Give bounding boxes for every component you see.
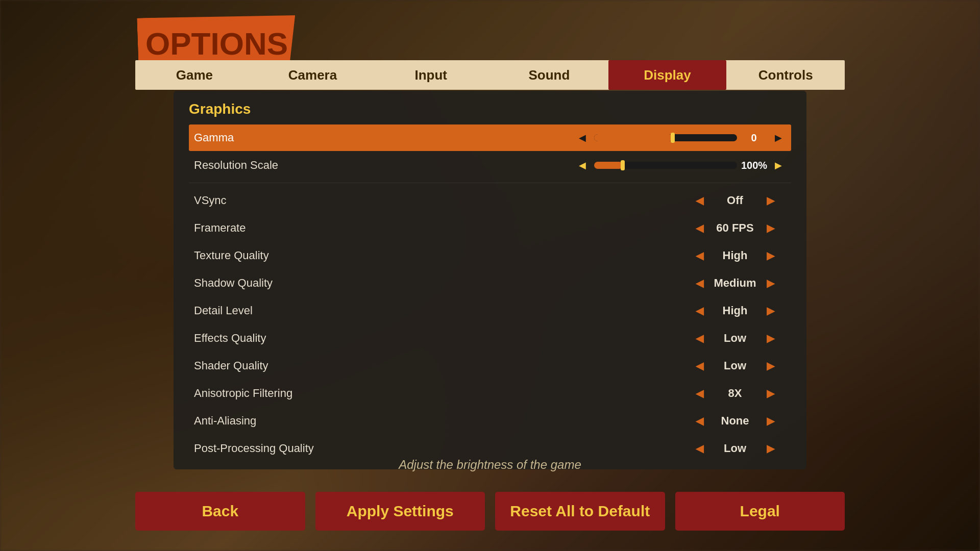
framerate-value: 60 FPS <box>709 221 761 235</box>
label-framerate: Framerate <box>194 221 684 235</box>
setting-row-effects: Effects Quality ◀ Low ▶ <box>189 325 791 352</box>
texture-selector: ◀ High ▶ <box>684 249 786 262</box>
gamma-right-arrow[interactable]: ▶ <box>771 130 786 145</box>
setting-row-shader: Shader Quality ◀ Low ▶ <box>189 353 791 379</box>
texture-left[interactable]: ◀ <box>696 249 703 262</box>
detail-right[interactable]: ▶ <box>767 305 774 317</box>
detail-value: High <box>709 304 761 317</box>
slider-area-resolution: ◀ 100% ▶ <box>575 158 786 173</box>
label-gamma: Gamma <box>194 131 575 144</box>
label-postproc: Post-Processing Quality <box>194 442 684 455</box>
setting-row-aniso: Anisotropic Filtering ◀ 8X ▶ <box>189 380 791 407</box>
postproc-right[interactable]: ▶ <box>767 442 774 455</box>
resolution-slider-thumb[interactable] <box>621 160 625 170</box>
effects-value: Low <box>709 332 761 345</box>
label-resolution: Resolution Scale <box>194 159 575 172</box>
effects-selector: ◀ Low ▶ <box>684 332 786 345</box>
label-shader: Shader Quality <box>194 359 684 372</box>
shadow-right[interactable]: ▶ <box>767 277 774 289</box>
apply-button[interactable]: Apply Settings <box>315 492 485 531</box>
texture-right[interactable]: ▶ <box>767 249 774 262</box>
resolution-value: 100% <box>741 160 767 171</box>
shader-right[interactable]: ▶ <box>767 360 774 372</box>
aa-right[interactable]: ▶ <box>767 415 774 427</box>
shader-left[interactable]: ◀ <box>696 360 703 372</box>
shader-selector: ◀ Low ▶ <box>684 359 786 372</box>
main-panel: Graphics Gamma ◀ 0 ▶ Resolution Scale <box>174 91 806 469</box>
resolution-left-arrow[interactable]: ◀ <box>575 158 590 173</box>
detail-left[interactable]: ◀ <box>696 305 703 317</box>
setting-row-framerate: Framerate ◀ 60 FPS ▶ <box>189 215 791 241</box>
gamma-slider-track[interactable] <box>594 134 737 141</box>
description-bar: Adjust the brightness of the game <box>0 458 980 472</box>
vsync-left[interactable]: ◀ <box>696 194 703 207</box>
label-aniso: Anisotropic Filtering <box>194 387 684 400</box>
label-effects: Effects Quality <box>194 332 684 345</box>
effects-right[interactable]: ▶ <box>767 332 774 344</box>
main-container: Options Game Camera Input Sound Display … <box>0 0 980 551</box>
resolution-slider-fill <box>594 162 623 169</box>
panel-scroll[interactable]: Graphics Gamma ◀ 0 ▶ Resolution Scale <box>174 91 806 469</box>
framerate-selector: ◀ 60 FPS ▶ <box>684 221 786 235</box>
framerate-right[interactable]: ▶ <box>767 222 774 234</box>
postproc-left[interactable]: ◀ <box>696 442 703 455</box>
detail-selector: ◀ High ▶ <box>684 304 786 317</box>
aa-selector: ◀ None ▶ <box>684 414 786 428</box>
aniso-right[interactable]: ▶ <box>767 387 774 399</box>
shadow-value: Medium <box>709 277 761 290</box>
texture-value: High <box>709 249 761 262</box>
shadow-selector: ◀ Medium ▶ <box>684 277 786 290</box>
setting-row-texture: Texture Quality ◀ High ▶ <box>189 242 791 269</box>
shader-value: Low <box>709 359 761 372</box>
tab-controls[interactable]: Controls <box>726 60 845 90</box>
tab-camera[interactable]: Camera <box>254 60 372 90</box>
label-detail: Detail Level <box>194 304 684 317</box>
back-button[interactable]: Back <box>135 492 305 531</box>
slider-area-gamma: ◀ 0 ▶ <box>575 130 786 145</box>
reset-button[interactable]: Reset All to Default <box>495 492 665 531</box>
resolution-slider-track[interactable] <box>594 162 737 169</box>
setting-row-vsync: VSync ◀ Off ▶ <box>189 187 791 214</box>
framerate-left[interactable]: ◀ <box>696 222 703 234</box>
setting-row-gamma: Gamma ◀ 0 ▶ <box>189 124 791 151</box>
vsync-right[interactable]: ▶ <box>767 194 774 207</box>
vsync-value: Off <box>709 194 761 207</box>
tab-display[interactable]: Display <box>608 60 727 90</box>
bottom-buttons: Back Apply Settings Reset All to Default… <box>135 492 845 531</box>
postproc-value: Low <box>709 442 761 455</box>
gamma-slider-thumb[interactable] <box>671 133 675 143</box>
section-title: Graphics <box>189 101 791 117</box>
setting-row-aa: Anti-Aliasing ◀ None ▶ <box>189 408 791 434</box>
resolution-right-arrow[interactable]: ▶ <box>771 158 786 173</box>
label-texture: Texture Quality <box>194 249 684 262</box>
label-shadow: Shadow Quality <box>194 277 684 290</box>
setting-row-resolution: Resolution Scale ◀ 100% ▶ <box>189 152 791 179</box>
setting-row-detail: Detail Level ◀ High ▶ <box>189 297 791 324</box>
tab-bar: Game Camera Input Sound Display Controls <box>135 60 845 90</box>
aa-left[interactable]: ◀ <box>696 415 703 427</box>
aniso-value: 8X <box>709 387 761 400</box>
gamma-slider-fill <box>594 134 673 141</box>
aa-value: None <box>709 414 761 428</box>
shadow-left[interactable]: ◀ <box>696 277 703 289</box>
divider-1 <box>189 183 791 183</box>
tab-sound[interactable]: Sound <box>490 60 608 90</box>
gamma-value: 0 <box>741 132 767 144</box>
legal-button[interactable]: Legal <box>675 492 845 531</box>
aniso-left[interactable]: ◀ <box>696 387 703 399</box>
gamma-left-arrow[interactable]: ◀ <box>575 130 590 145</box>
effects-left[interactable]: ◀ <box>696 332 703 344</box>
page-title: Options <box>145 26 288 62</box>
setting-row-shadow: Shadow Quality ◀ Medium ▶ <box>189 270 791 296</box>
tab-input[interactable]: Input <box>372 60 490 90</box>
label-aa: Anti-Aliasing <box>194 414 684 428</box>
postproc-selector: ◀ Low ▶ <box>684 442 786 455</box>
tab-game[interactable]: Game <box>135 60 254 90</box>
aniso-selector: ◀ 8X ▶ <box>684 387 786 400</box>
label-vsync: VSync <box>194 194 684 207</box>
vsync-selector: ◀ Off ▶ <box>684 194 786 207</box>
